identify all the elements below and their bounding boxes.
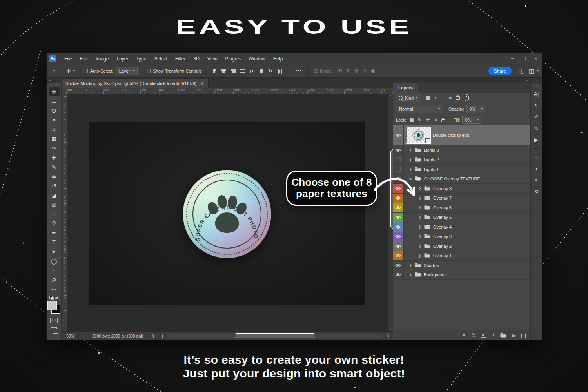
- more-tools[interactable]: •••: [49, 285, 60, 294]
- object-selection-tool[interactable]: ✶: [49, 115, 60, 125]
- quick-mask-icon[interactable]: [50, 318, 58, 323]
- dock-history-icon[interactable]: ⟲: [532, 187, 541, 195]
- dodge-tool[interactable]: ⚲: [49, 219, 60, 228]
- align-middle-v-icon[interactable]: [259, 69, 264, 73]
- auto-select-checkbox[interactable]: [83, 69, 88, 73]
- layer-row-choose-overlay-texture[interactable]: ❯CHOOSE Overlay TEXTURE: [393, 174, 530, 184]
- marquee-tool[interactable]: ▭: [49, 96, 60, 106]
- dock-properties-icon[interactable]: ≣: [532, 153, 541, 161]
- vertical-scroll-thumb[interactable]: [391, 150, 393, 228]
- layer-thumbnail[interactable]: [407, 127, 430, 143]
- horizontal-scroll-thumb[interactable]: [236, 334, 314, 338]
- menu-item-edit[interactable]: Edit: [76, 56, 92, 62]
- panel-collapse-icon[interactable]: »: [526, 78, 528, 82]
- tab-layers[interactable]: Layers: [393, 83, 418, 93]
- path-select-tool[interactable]: ➤: [49, 247, 60, 256]
- visibility-eye-icon[interactable]: [393, 194, 404, 203]
- dock-character-icon[interactable]: A|: [532, 90, 541, 98]
- layer-row-overlay-5[interactable]: ❯Overlay 5: [393, 213, 530, 223]
- visibility-eye-icon[interactable]: [393, 232, 404, 241]
- layer-row-overlay-7[interactable]: ❯Overlay 7: [393, 194, 530, 203]
- 3d-camera-icon[interactable]: ◉: [371, 68, 375, 74]
- filter-pixel-icon[interactable]: ▦: [424, 95, 432, 101]
- menu-item-image[interactable]: Image: [92, 56, 113, 62]
- scroll-up-icon[interactable]: ⌃: [388, 94, 393, 98]
- delete-icon[interactable]: [521, 332, 526, 338]
- expand-group-icon[interactable]: ❯: [418, 206, 422, 209]
- dock-brushes-icon[interactable]: ✐: [532, 113, 541, 121]
- expand-group-icon[interactable]: ❯: [418, 235, 422, 238]
- visibility-eye-icon[interactable]: [393, 261, 404, 270]
- toolbar-collapse-icon[interactable]: »: [47, 78, 61, 83]
- distribute-v-icon[interactable]: [278, 69, 283, 73]
- visibility-eye-icon[interactable]: [393, 184, 404, 193]
- document-surface[interactable]: SUPER EASY TO EDIT PHOTOSHOP TEMPLATES: [89, 122, 365, 305]
- layer-row-overlay-2[interactable]: ❯Overlay 2: [393, 241, 530, 251]
- filter-shape-icon[interactable]: ⌗: [446, 95, 454, 101]
- menu-item-filter[interactable]: Filter: [171, 56, 190, 62]
- screen-mode-icon[interactable]: [51, 327, 57, 332]
- visibility-hidden-toggle[interactable]: [393, 155, 404, 165]
- collapse-group-icon[interactable]: ❯: [409, 177, 412, 181]
- dock-expand-icon[interactable]: «: [537, 78, 539, 82]
- move-tool-option-icon[interactable]: ✜: [66, 68, 71, 74]
- chevron-down-icon[interactable]: ▾: [73, 69, 75, 73]
- filter-smart-icon[interactable]: [454, 95, 461, 101]
- gradient-tool[interactable]: ▧: [49, 200, 60, 209]
- layer-row-overlay-8[interactable]: ❯Overlay 8: [393, 184, 530, 194]
- mask-icon[interactable]: [481, 333, 486, 338]
- document-tab[interactable]: Sticker Mockup by Sko4.psd @ 50% (Double…: [62, 79, 209, 88]
- close-icon[interactable]: ✕: [200, 81, 204, 86]
- expand-group-icon[interactable]: ❯: [408, 158, 412, 162]
- lock-transparency-icon[interactable]: ▦: [408, 117, 414, 123]
- scroll-down-icon[interactable]: ⌄: [388, 327, 393, 331]
- distribute-h-icon[interactable]: [240, 69, 245, 73]
- layer-row-lights-2[interactable]: ❯Lights 2: [393, 155, 530, 165]
- adjustment-icon[interactable]: ◑: [492, 332, 495, 338]
- expand-group-icon[interactable]: ❯: [418, 187, 422, 190]
- align-right-icon[interactable]: [230, 69, 236, 73]
- swap-colors-icon[interactable]: ⇄: [55, 296, 58, 300]
- dock-brush-settings-icon[interactable]: ✎: [532, 124, 541, 132]
- history-brush-tool[interactable]: ↺: [49, 181, 60, 191]
- layer-row-overlay-4[interactable]: ❯Overlay 4: [393, 222, 530, 232]
- align-center-h-icon[interactable]: [221, 69, 227, 73]
- visibility-eye-icon[interactable]: [393, 222, 404, 232]
- expand-group-icon[interactable]: ❯: [408, 263, 412, 267]
- eyedropper-tool[interactable]: ✑: [49, 143, 60, 153]
- layer-row-overlay-3[interactable]: ❯Overlay 3: [393, 232, 530, 242]
- show-transform-checkbox[interactable]: [146, 69, 151, 73]
- layer-row-overlay-6[interactable]: ❯Overlay 6: [393, 203, 530, 213]
- zoom-tool[interactable]: ⚲: [49, 275, 60, 285]
- visibility-eye-icon[interactable]: [393, 241, 404, 251]
- dock-adjustments-icon[interactable]: ◑: [532, 165, 541, 172]
- horizontal-scrollbar[interactable]: [169, 334, 382, 338]
- expand-group-icon[interactable]: ❯: [408, 167, 412, 171]
- layer-row-lights-3[interactable]: ❯Lights 3: [393, 145, 530, 155]
- zoom-level[interactable]: 50%: [62, 332, 79, 340]
- menu-item-plugins[interactable]: Plugins: [221, 56, 245, 62]
- expand-group-icon[interactable]: ❯: [408, 273, 412, 277]
- type-tool[interactable]: T: [49, 238, 60, 247]
- lock-position-icon[interactable]: ✜: [425, 117, 431, 123]
- align-bottom-icon[interactable]: [268, 69, 274, 73]
- menu-item-file[interactable]: File: [60, 56, 76, 62]
- dock-actions-icon[interactable]: ▶: [532, 136, 541, 143]
- minimize-button[interactable]: ─: [506, 56, 518, 61]
- lock-artboard-icon[interactable]: ⌗: [433, 117, 439, 123]
- auto-select-dropdown[interactable]: Layer ▾: [116, 67, 138, 75]
- visibility-eye-icon[interactable]: [393, 270, 404, 280]
- more-options-icon[interactable]: •••: [296, 68, 302, 74]
- align-top-icon[interactable]: [249, 69, 255, 73]
- color-swatches[interactable]: [47, 301, 60, 314]
- menu-item-help[interactable]: Help: [269, 56, 287, 62]
- dock-paths-icon[interactable]: ⌖: [532, 176, 541, 184]
- menu-item-type[interactable]: Type: [132, 56, 150, 62]
- eraser-tool[interactable]: ◪: [49, 191, 60, 200]
- sticker-artwork[interactable]: SUPER EASY TO EDIT PHOTOSHOP TEMPLATES: [181, 169, 272, 260]
- menu-item-view[interactable]: View: [203, 56, 221, 62]
- opacity-dropdown[interactable]: 0% ▾: [466, 105, 485, 113]
- expand-group-icon[interactable]: ❯: [418, 244, 422, 248]
- link-icon[interactable]: ⚭: [462, 332, 466, 338]
- menu-item-window[interactable]: Window: [245, 56, 269, 62]
